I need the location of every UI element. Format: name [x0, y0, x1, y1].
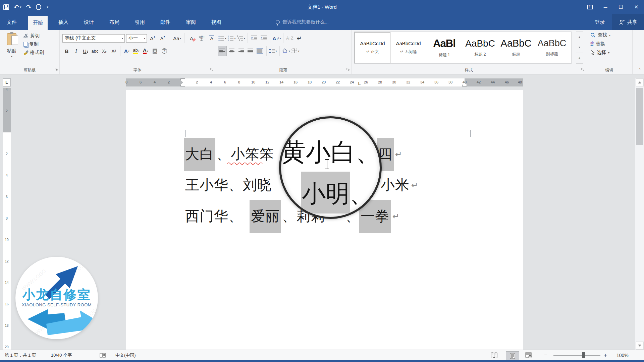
align-center-button[interactable] [227, 46, 236, 56]
zoom-slider-track[interactable] [553, 355, 600, 356]
strikethrough-button[interactable]: abc [91, 46, 99, 56]
ribbon-tab[interactable]: 开始 [28, 16, 48, 30]
document-text-segment[interactable]: 爱丽 [250, 200, 281, 233]
enclose-characters-button[interactable]: 字 [160, 46, 169, 56]
clipboard-dialog-launcher-icon[interactable] [55, 66, 58, 72]
tab-stop-marker[interactable]: L [358, 81, 361, 86]
find-button[interactable]: 查找▾ [590, 32, 610, 38]
ribbon-tab[interactable]: 设计 [79, 14, 99, 30]
ribbon-tab[interactable]: 插入 [54, 14, 73, 30]
sign-in-button[interactable]: 登录 [587, 19, 612, 25]
multilevel-list-button[interactable]: ▾ [237, 33, 246, 43]
superscript-button[interactable]: X² [109, 46, 118, 56]
bullets-button[interactable]: ▾ [218, 33, 227, 43]
ribbon-tab[interactable]: 布局 [105, 14, 124, 30]
ribbon-tab[interactable]: 引用 [130, 14, 150, 30]
font-color-button[interactable]: A▾ [141, 46, 150, 56]
style-card[interactable]: AaBl 标题 1 [426, 32, 462, 63]
styles-more-icon[interactable]: ⊻ [576, 53, 583, 63]
show-marks-button[interactable]: ↵ [295, 33, 304, 43]
document-text-segment[interactable]: 大白 [184, 138, 215, 171]
font-dialog-launcher-icon[interactable] [210, 66, 214, 72]
numbering-button[interactable]: 123▾ [227, 33, 236, 43]
line-spacing-button[interactable]: ▾ [269, 46, 277, 56]
styles-scroll-up-icon[interactable]: ▲ [576, 32, 583, 42]
sort-button[interactable]: A↓Z [285, 33, 294, 43]
ribbon-tab[interactable]: 邮件 [156, 14, 175, 30]
read-mode-button[interactable] [490, 350, 498, 361]
scroll-up-icon[interactable] [636, 78, 644, 86]
select-button[interactable]: 选择▾ [590, 50, 610, 56]
pinyin-guide-button[interactable]: wén文 [197, 33, 206, 43]
scroll-down-icon[interactable] [636, 342, 644, 350]
scrollbar-thumb[interactable] [636, 88, 643, 145]
collapse-ribbon-icon[interactable]: ⌃ [638, 68, 641, 72]
underline-button[interactable]: U▾ [81, 46, 90, 56]
qat-customize-icon[interactable]: ▾ [46, 5, 48, 9]
borders-button[interactable]: ▾ [291, 46, 300, 56]
document-text-segment[interactable]: 、小笨笨 [216, 146, 274, 162]
ribbon-tab[interactable]: 视图 [207, 14, 226, 30]
text-highlight-button[interactable]: ab▾ [132, 46, 141, 56]
save-icon[interactable] [3, 4, 9, 10]
grow-font-button[interactable]: A▴ [148, 33, 157, 43]
zoom-slider-thumb[interactable] [582, 352, 585, 358]
print-layout-button[interactable] [506, 351, 519, 361]
paragraph-dialog-launcher-icon[interactable] [346, 66, 350, 72]
character-border-button[interactable]: A [207, 33, 216, 43]
align-right-button[interactable] [237, 46, 246, 56]
decrease-indent-button[interactable] [250, 33, 259, 43]
web-layout-button[interactable] [525, 350, 532, 361]
ribbon-display-options-icon[interactable] [582, 0, 598, 14]
document-text-segment[interactable]: 西门华、 [185, 208, 243, 224]
share-button[interactable]: 共享 [612, 14, 644, 30]
cut-button[interactable]: 剪切 [23, 33, 44, 39]
language-indicator[interactable]: 中文(中国) [115, 350, 136, 361]
style-card[interactable]: AaBbC 标题 2 [462, 32, 498, 63]
font-size-select[interactable]: 小一▾ [126, 34, 147, 43]
ribbon-tab[interactable]: 审阅 [181, 14, 201, 30]
character-shading-button[interactable]: A [151, 46, 159, 56]
styles-dialog-launcher-icon[interactable] [581, 66, 585, 72]
asian-layout-button[interactable]: A⇄▾ [272, 33, 281, 43]
styles-scroll-down-icon[interactable]: ▼ [576, 42, 583, 53]
bold-button[interactable]: B [62, 46, 71, 56]
vertical-scrollbar[interactable] [635, 78, 644, 350]
distribute-button[interactable] [256, 46, 264, 56]
font-name-select[interactable]: 等线 (中文正文▾ [62, 34, 125, 43]
redo-icon[interactable]: ↷ [26, 3, 31, 11]
shrink-font-button[interactable]: A▾ [158, 33, 167, 43]
align-left-button[interactable] [218, 46, 227, 56]
zoom-percentage[interactable]: 100% [616, 350, 629, 361]
shading-button[interactable]: ▾ [282, 46, 290, 56]
style-card[interactable]: AaBbCcDd ↵ 正文 [355, 32, 390, 63]
tell-me-box[interactable]: 告诉我您想要做什么... [276, 14, 329, 30]
maximize-icon[interactable]: ☐ [613, 0, 629, 14]
tab-file[interactable]: 文件 [1, 14, 22, 30]
italic-button[interactable]: I [72, 46, 80, 56]
minimize-icon[interactable]: ─ [598, 0, 613, 14]
text-effects-button[interactable]: A▾ [122, 46, 131, 56]
undo-icon[interactable]: ↶▾ [14, 3, 21, 11]
replace-button[interactable]: abac 替换 [590, 41, 610, 47]
word-count[interactable]: 10/40 个字 [51, 350, 72, 361]
document-text-segment[interactable]: 王小华、刘晓 [185, 177, 272, 193]
page-indicator[interactable]: 第 1 页，共 1 页 [5, 350, 36, 361]
justify-button[interactable] [246, 46, 255, 56]
style-card[interactable]: AaBbC 标题 [498, 32, 534, 63]
tab-selector[interactable]: L [3, 78, 11, 86]
close-icon[interactable]: ✕ [629, 0, 644, 14]
clear-formatting-button[interactable]: A [187, 33, 196, 43]
zoom-in-button[interactable]: + [604, 350, 607, 361]
style-card[interactable]: AaBbC 副标题 [534, 32, 570, 63]
style-card[interactable]: AaBbCcDd ↵ 无间隔 [390, 32, 426, 63]
paste-button[interactable]: 粘贴 ▾ [3, 32, 21, 65]
circle-icon[interactable] [36, 4, 41, 10]
zoom-out-button[interactable]: − [544, 350, 547, 361]
copy-button[interactable]: 复制 [23, 41, 44, 47]
subscript-button[interactable]: X₂ [100, 46, 109, 56]
format-painter-button[interactable]: 格式刷 [23, 50, 44, 56]
proofing-icon[interactable] [99, 350, 106, 361]
increase-indent-button[interactable] [259, 33, 268, 43]
change-case-button[interactable]: Aa▾ [173, 33, 181, 43]
